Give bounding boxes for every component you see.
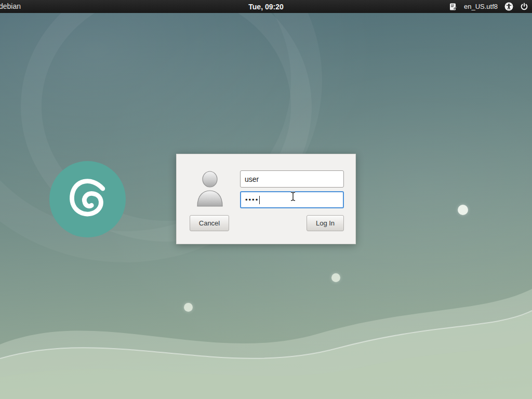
password-masked-value: •••• xyxy=(245,196,259,203)
background-waves xyxy=(0,228,532,399)
accessibility-icon[interactable] xyxy=(504,2,513,11)
user-avatar-icon xyxy=(194,170,225,208)
keyboard-layout-icon[interactable] xyxy=(448,2,458,11)
top-panel: debian Tue, 09:20 en_US.utf8 xyxy=(0,0,532,13)
background-dot xyxy=(458,205,468,215)
cancel-button[interactable]: Cancel xyxy=(190,215,229,231)
text-caret xyxy=(259,196,260,204)
debian-swirl-icon xyxy=(63,175,113,224)
debian-logo xyxy=(49,161,126,237)
background-dot xyxy=(184,303,193,312)
login-screen: debian Tue, 09:20 en_US.utf8 xyxy=(0,0,532,399)
panel-tray: en_US.utf8 xyxy=(448,0,529,13)
login-button[interactable]: Log In xyxy=(307,215,344,231)
username-input[interactable] xyxy=(240,170,344,188)
background-dot xyxy=(331,273,340,282)
power-icon[interactable] xyxy=(520,2,529,11)
login-dialog: •••• Cancel Log In xyxy=(176,154,356,244)
ibeam-cursor xyxy=(290,191,296,204)
locale-label[interactable]: en_US.utf8 xyxy=(464,3,498,10)
